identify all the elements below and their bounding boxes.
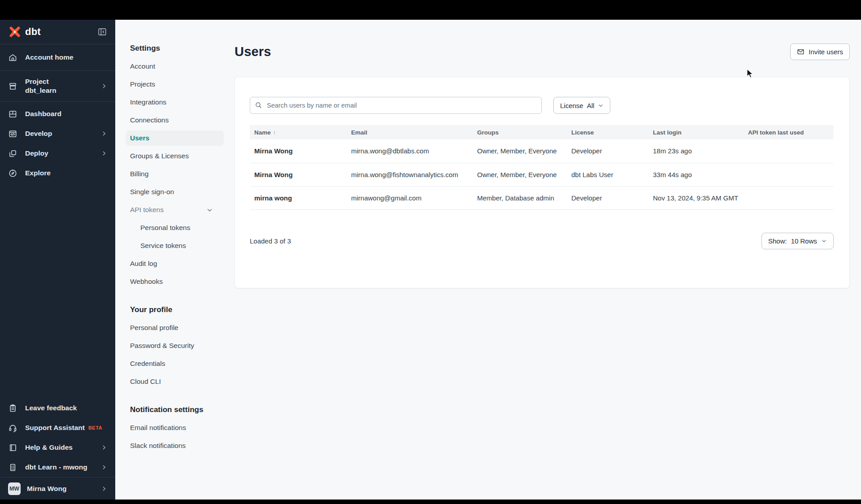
sidebar-item-label: Account home [25,53,74,61]
home-icon [8,53,17,62]
column-header-groups[interactable]: Groups [473,125,567,139]
search-users-input[interactable] [250,97,542,114]
sidebar-item-help-guides[interactable]: Help & Guides [0,438,115,457]
column-header-email[interactable]: Email [347,125,473,139]
settings-nav-password-security[interactable]: Password & Security [126,337,224,355]
invite-users-button[interactable]: Invite users [790,43,850,60]
column-header-last-login[interactable]: Last login [648,125,744,139]
settings-nav-single-sign-on[interactable]: Single sign-on [126,183,224,201]
settings-nav-webhooks[interactable]: Webhooks [126,273,224,291]
user-name: Mirna Wong [27,485,66,493]
loaded-count-text: Loaded 3 of 3 [250,237,291,245]
settings-nav-cloud-cli[interactable]: Cloud CLI [126,373,224,391]
top-black-bar [0,0,861,20]
sidebar-item-label: Support Assistant [25,424,85,432]
chevron-right-icon [101,150,107,156]
sidebar-item-label: Help & Guides [25,443,73,452]
app-window: dbt Account home Project dbt_learn [0,20,861,500]
sidebar-item-label: Explore [25,169,51,177]
settings-nav-personal-profile[interactable]: Personal profile [126,319,224,337]
chevron-right-icon [101,464,107,470]
settings-nav-service-tokens[interactable]: Service tokens [126,237,224,255]
project-box-icon [8,82,17,91]
chevron-down-icon [206,207,213,213]
sidebar-item-label: Deploy [25,149,48,157]
dashboard-icon [8,109,17,119]
settings-nav-credentials[interactable]: Credentials [126,355,224,373]
column-header-name[interactable]: Name↑ [250,125,347,139]
sidebar-item-explore[interactable]: Explore [0,163,115,183]
chevron-right-icon [101,486,107,492]
table-header-row: Name↑ Email Groups License Last login AP… [250,125,834,139]
table-row[interactable]: Mirna Wong mirna.wong@fishtownanalytics.… [250,163,834,186]
settings-nav-account[interactable]: Account [126,57,224,75]
sidebar-item-label: Dashboard [25,110,61,118]
settings-nav-personal-tokens[interactable]: Personal tokens [126,219,224,237]
sort-ascending-icon: ↑ [273,129,276,136]
dbt-logo-text: dbt [25,26,41,38]
chevron-down-icon [821,238,827,244]
sidebar-item-dbt-learn[interactable]: dbt Learn - mwong [0,457,115,477]
user-avatar: MW [8,482,21,495]
search-icon [255,101,262,109]
settings-nav-projects[interactable]: Projects [126,75,224,93]
chevron-right-icon [101,444,107,451]
column-header-api-token[interactable]: API token last used [744,125,834,139]
sidebar: dbt Account home Project dbt_learn [0,20,115,500]
settings-nav-groups-licenses[interactable]: Groups & Licenses [126,147,224,165]
rows-per-page-dropdown[interactable]: Show: 10 Rows [761,233,834,249]
sidebar-item-deploy[interactable]: Deploy [0,143,115,163]
sidebar-item-label: Leave feedback [25,404,77,412]
settings-nav-users[interactable]: Users [126,130,224,146]
sidebar-item-account-home[interactable]: Account home [0,44,115,70]
sidebar-item-label: dbt Learn - mwong [25,463,87,471]
dbt-logo-icon [8,25,22,39]
license-filter-dropdown[interactable]: License All [553,97,610,114]
table-row[interactable]: Mirna Wong mirna.wong@dbtlabs.com Owner,… [250,139,834,163]
settings-nav-api-tokens[interactable]: API tokens [126,201,224,219]
deploy-icon [8,149,17,158]
clipboard-icon [8,404,17,413]
headset-icon [8,423,17,433]
users-table: Name↑ Email Groups License Last login AP… [250,125,834,210]
settings-nav-connections[interactable]: Connections [126,111,224,129]
sidebar-item-develop[interactable]: Develop [0,124,115,143]
settings-nav-integrations[interactable]: Integrations [126,93,224,111]
notification-settings-heading: Notification settings [130,401,233,419]
sidebar-item-label: Develop [25,130,52,138]
settings-nav-slack-notifications[interactable]: Slack notifications [126,437,224,455]
page-title: Users [235,44,271,59]
settings-nav-audit-log[interactable]: Audit log [126,255,224,273]
sidebar-item-user-menu[interactable]: MW Mirna Wong [0,478,115,500]
sidebar-item-project[interactable]: Project dbt_learn [0,71,115,101]
sidebar-logo-row: dbt [0,20,115,44]
explore-compass-icon [8,169,17,178]
develop-code-icon [8,129,17,139]
beta-badge: BETA [88,425,102,430]
sidebar-item-leave-feedback[interactable]: Leave feedback [0,398,115,418]
settings-nav: Settings Account Projects Integrations C… [115,20,233,500]
users-card: License All Name↑ Email Groups License L… [235,77,850,288]
chevron-right-icon [101,83,107,89]
settings-heading: Settings [130,39,233,57]
sidebar-item-support-assistant[interactable]: Support Assistant BETA [0,418,115,438]
envelope-icon [797,48,804,56]
main-content: Users Invite users License All [233,20,861,500]
collapse-sidebar-icon[interactable] [97,27,107,37]
chevron-down-icon [598,103,604,109]
settings-nav-email-notifications[interactable]: Email notifications [126,419,224,437]
table-row[interactable]: mirna wong mirnawong@gmail.com Member, D… [250,186,834,209]
sidebar-item-dashboard[interactable]: Dashboard [0,104,115,124]
your-profile-heading: Your profile [130,301,233,319]
project-name: dbt_learn [25,86,57,95]
project-label: Project [25,77,57,86]
book-icon [8,443,17,452]
building-icon [8,463,17,472]
settings-nav-billing[interactable]: Billing [126,165,224,183]
chevron-right-icon [101,130,107,137]
column-header-license[interactable]: License [567,125,648,139]
